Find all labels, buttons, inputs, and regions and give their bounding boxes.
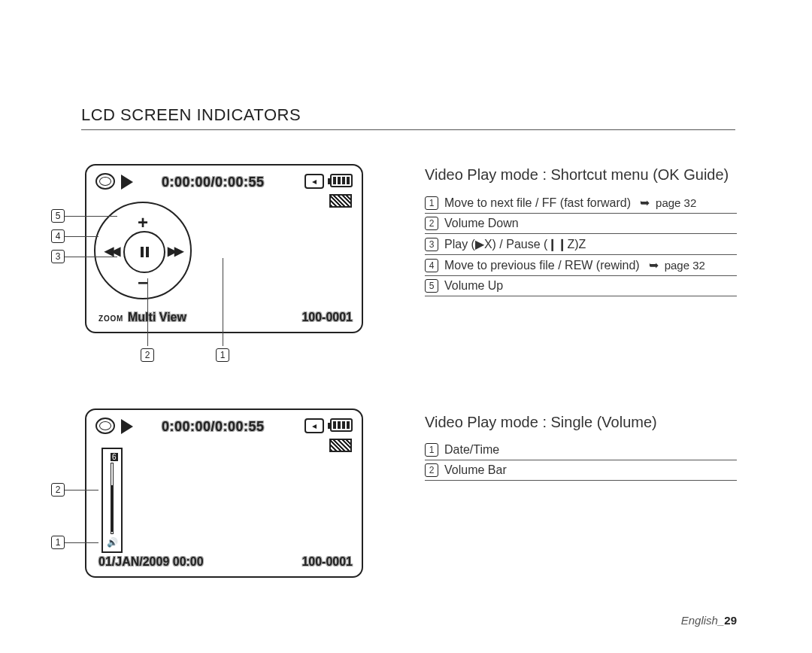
volume-bar: 6 🔊 xyxy=(102,448,123,553)
item-number: 2 xyxy=(425,217,438,230)
volume-up-icon: + xyxy=(138,212,148,233)
callout-number: 4 xyxy=(51,229,65,243)
play-icon xyxy=(121,419,133,434)
battery-icon xyxy=(330,174,353,187)
item-number: 3 xyxy=(425,238,438,251)
time-counter: 0:00:00/0:00:55 xyxy=(162,419,265,435)
callout-number: 1 xyxy=(51,536,65,549)
callout-number: 3 xyxy=(51,250,65,263)
item-text: Play (▶X) / Pause (❙❙Z)Z xyxy=(444,237,586,251)
pause-icon xyxy=(141,247,149,257)
pause-button xyxy=(123,231,165,273)
info-row: 2 Volume Down xyxy=(425,214,737,234)
back-icon xyxy=(304,174,324,189)
callout-number: 5 xyxy=(51,209,65,223)
forward-icon: ▶▶ xyxy=(168,244,181,258)
volume-down-icon: − xyxy=(138,272,148,293)
page-ref-icon: ➥ xyxy=(640,196,650,210)
item-text: Move to next file / FF (fast forward) xyxy=(444,196,631,210)
section-single-volume: Video Play mode : Single (Volume) 1 Date… xyxy=(425,414,737,481)
section-shortcut-menu: Video Play mode : Shortcut menu (OK Guid… xyxy=(425,166,737,296)
item-number: 5 xyxy=(425,279,438,293)
item-number: 4 xyxy=(425,259,438,272)
volume-level: 6 xyxy=(111,453,118,461)
page-footer: English_29 xyxy=(681,614,737,627)
info-row: 2 Volume Bar xyxy=(425,460,737,481)
section-heading: Video Play mode : Single (Volume) xyxy=(425,414,737,431)
back-icon xyxy=(304,418,324,433)
item-text: Move to previous file / REW (rewind) xyxy=(444,259,640,272)
grid-icon xyxy=(329,439,352,452)
file-number: 100-0001 xyxy=(301,311,353,324)
item-text: Volume Down xyxy=(444,217,519,230)
item-text: Volume Up xyxy=(444,279,503,293)
footer-lang: English xyxy=(681,614,718,627)
item-text: Date/Time xyxy=(444,443,499,457)
speaker-icon: 🔊 xyxy=(107,537,118,548)
reel-icon xyxy=(95,173,115,190)
callout-2: 2 xyxy=(141,348,154,362)
info-row: 3 Play (▶X) / Pause (❙❙Z)Z xyxy=(425,234,737,255)
volume-fill xyxy=(111,485,114,532)
footer-page-number: 29 xyxy=(724,614,737,627)
multi-view-label: Multi View xyxy=(128,311,186,324)
callout-line-2 xyxy=(147,278,148,346)
info-row: 1 Date/Time xyxy=(425,440,737,460)
callout-1: 1 xyxy=(216,348,229,362)
item-number: 1 xyxy=(425,443,438,457)
lcd-screen-top: 0:00:00/0:00:55 + − ◀◀ ▶▶ ZOOM Multi Vie… xyxy=(85,164,363,333)
callout-number: 2 xyxy=(141,348,154,362)
callout-b2: 2 xyxy=(51,483,98,497)
page-ref-icon: ➥ xyxy=(649,258,659,272)
zoom-label: ZOOM xyxy=(98,314,123,323)
callout-4: 4 xyxy=(51,229,98,243)
play-icon xyxy=(121,175,133,190)
info-row: 5 Volume Up xyxy=(425,276,737,296)
callout-b1: 1 xyxy=(51,536,98,549)
title-underline xyxy=(81,129,735,130)
section-heading: Video Play mode : Shortcut menu (OK Guid… xyxy=(425,166,737,184)
callout-5: 5 xyxy=(51,209,117,223)
lcd-screen-bottom: 0:00:00/0:00:55 6 🔊 01/JAN/2009 00:00 10… xyxy=(85,409,363,578)
callout-3: 3 xyxy=(51,250,117,263)
item-number: 2 xyxy=(425,463,438,477)
page-title: LCD SCREEN INDICATORS xyxy=(81,105,301,125)
time-counter: 0:00:00/0:00:55 xyxy=(162,175,265,190)
battery-icon xyxy=(330,418,353,432)
info-row: 4 Move to previous file / REW (rewind) ➥… xyxy=(425,255,737,276)
page-ref: page 32 xyxy=(656,196,696,209)
grid-icon xyxy=(329,194,352,208)
datetime-label: 01/JAN/2009 00:00 xyxy=(98,555,204,569)
reel-icon xyxy=(95,418,115,434)
callout-number: 1 xyxy=(216,348,229,362)
info-row: 1 Move to next file / FF (fast forward) … xyxy=(425,193,737,214)
file-number: 100-0001 xyxy=(301,555,353,569)
callout-line-1 xyxy=(223,258,223,346)
page-ref: page 32 xyxy=(665,259,705,272)
item-number: 1 xyxy=(425,196,438,210)
item-text: Volume Bar xyxy=(444,463,507,477)
callout-number: 2 xyxy=(51,483,65,497)
